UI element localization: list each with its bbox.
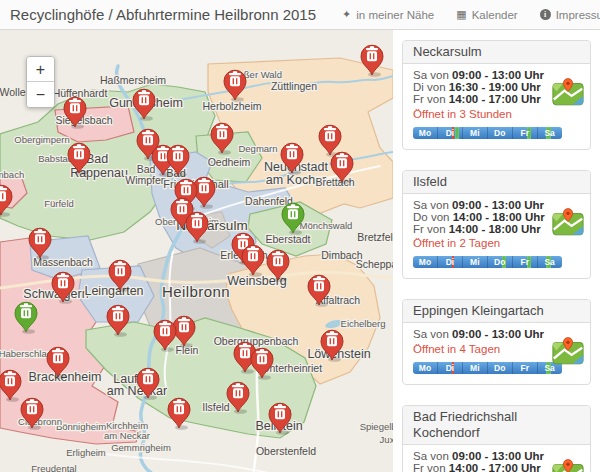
card-title: Neckarsulm: [403, 41, 590, 64]
top-navbar: Recyclinghöfe / Abfuhrtermine Heilbronn …: [0, 0, 600, 30]
weekday-label: Do: [488, 127, 513, 139]
map-place-label: Spiegelberg: [360, 421, 393, 432]
card-body: Sa von 09:00 - 13:00 Uhr Öffnet in 4 Tag…: [403, 323, 590, 384]
recycling-center-card: Neckarsulm Sa von 09:00 - 13:00 UhrDi vo…: [402, 40, 591, 150]
map-place-label: Freudental: [31, 463, 76, 472]
card-body: Sa von 09:00 - 13:00 UhrDo von 14:00 - 1…: [403, 194, 590, 279]
weekday-label: Di: [438, 362, 463, 374]
week-timeline-bar: MoDiMiDoFrSa: [413, 256, 562, 268]
weekday-label: Di: [438, 256, 463, 268]
map-place-label: Eberstadt: [266, 233, 311, 245]
map-place-label: Scheppach: [356, 258, 393, 270]
map-place-label: Leingarten: [84, 284, 143, 298]
map-place-label: Obergruppenbach: [214, 335, 299, 347]
week-timeline-bar: MoDiMiDoFrSa: [413, 127, 562, 139]
map-place-label: Hüffenhardt: [53, 87, 108, 99]
weekday-label: Fr: [513, 362, 538, 374]
recycling-center-card: Bad Friedrichshall Kochendorf Sa von 09:…: [402, 405, 591, 472]
map-zoom-control: + −: [26, 56, 55, 108]
map-place-label: Obergimpern: [14, 134, 69, 145]
opening-status: Öffnet in 2 Tagen: [413, 237, 580, 249]
weekday-label: Mo: [413, 127, 438, 139]
calendar-icon: ▦: [456, 9, 466, 20]
map-place-label: Oberstenfeld: [256, 445, 316, 457]
nav-impressum[interactable]: i Impressum: [540, 9, 600, 21]
nav-in-meiner-naehe[interactable]: ✦ in meiner Nähe: [342, 9, 434, 21]
week-timeline-bar: MoDiMiDoFrSa: [413, 362, 562, 374]
location-crosshair-icon: ✦: [342, 9, 351, 20]
map-place-label: Ilsfeld: [202, 401, 230, 413]
nav-kalender[interactable]: ▦ Kalender: [456, 9, 517, 21]
card-title: Bad Friedrichshall Kochendorf: [403, 406, 590, 445]
card-title: Eppingen Kleingartach: [403, 300, 590, 323]
card-body: Sa von 09:00 - 13:00 UhrFr von 14:00 - 1…: [403, 445, 590, 472]
map[interactable]: Großer WaldHaßmersheimWollenbergHüffenha…: [0, 30, 393, 472]
map-place-label: am Neckar: [107, 384, 167, 398]
nav-label: in meiner Nähe: [356, 9, 434, 21]
weekday-label: Mi: [463, 256, 488, 268]
weekday-label: Do: [488, 362, 513, 374]
map-place-label: Oedheim: [208, 156, 251, 168]
map-place-label: Degmarn: [238, 143, 277, 154]
info-icon: i: [540, 9, 551, 20]
card-list: Neckarsulm Sa von 09:00 - 13:00 UhrDi vo…: [402, 40, 591, 472]
map-place-label: am Neckar: [104, 430, 150, 441]
show-on-map-icon[interactable]: [552, 77, 584, 106]
nav-label: Kalender: [472, 9, 518, 21]
nav-label: Impressum: [556, 9, 600, 21]
map-place-label: Jux: [380, 434, 393, 445]
weekday-label: Sa: [538, 362, 562, 374]
map-place-label: Bretzfeld: [357, 231, 393, 243]
show-on-map-icon[interactable]: [552, 207, 584, 236]
weekday-label: Sa: [538, 256, 562, 268]
zoom-in-button[interactable]: +: [27, 57, 54, 82]
map-place-label: Siegelsbach: [55, 114, 112, 126]
weekday-label: Mi: [463, 127, 488, 139]
recycling-center-card: Ilsfeld Sa von 09:00 - 13:00 UhrDo von 1…: [402, 170, 591, 280]
results-sidebar: Neckarsulm Sa von 09:00 - 13:00 UhrDi vo…: [393, 30, 600, 472]
weekday-label: Mo: [413, 256, 438, 268]
map-place-label: Grombach: [0, 169, 24, 180]
weekday-label: Do: [488, 256, 513, 268]
weekday-label: Fr: [513, 127, 538, 139]
weekday-label: Mi: [463, 362, 488, 374]
show-on-map-icon[interactable]: [552, 336, 584, 365]
map-place-label: Haßmersheim: [100, 74, 166, 86]
card-body: Sa von 09:00 - 13:00 UhrDi von 16:30 - 1…: [403, 64, 590, 149]
weekday-label: Sa: [538, 127, 562, 139]
weekday-label: Mo: [413, 362, 438, 374]
map-place-label: Fürfeld: [44, 198, 74, 209]
map-place-label: Züttlingen: [271, 80, 317, 92]
map-place-label: Gemmrigheim: [111, 442, 171, 453]
map-place-label: Heilbronn: [162, 283, 230, 300]
map-place-label: Mönchswald: [300, 220, 353, 231]
zoom-out-button[interactable]: −: [27, 82, 54, 107]
card-title: Ilsfeld: [403, 171, 590, 194]
map-canvas: Großer WaldHaßmersheimWollenbergHüffenha…: [0, 30, 393, 472]
map-place-label: Herbolzheim: [203, 100, 262, 112]
opening-status: Öffnet in 3 Stunden: [413, 108, 580, 120]
app-title[interactable]: Recyclinghöfe / Abfuhrtermine Heilbronn …: [10, 6, 316, 23]
map-place-label: Eichelberg: [341, 318, 386, 329]
recycling-center-card: Eppingen Kleingartach Sa von 09:00 - 13:…: [402, 299, 591, 385]
map-place-label: Erligheim: [66, 447, 106, 458]
show-on-map-icon[interactable]: [552, 458, 584, 472]
weekday-label: Di: [438, 127, 463, 139]
map-place-label: Bönnigheim: [56, 421, 106, 432]
weekday-label: Fr: [513, 256, 538, 268]
